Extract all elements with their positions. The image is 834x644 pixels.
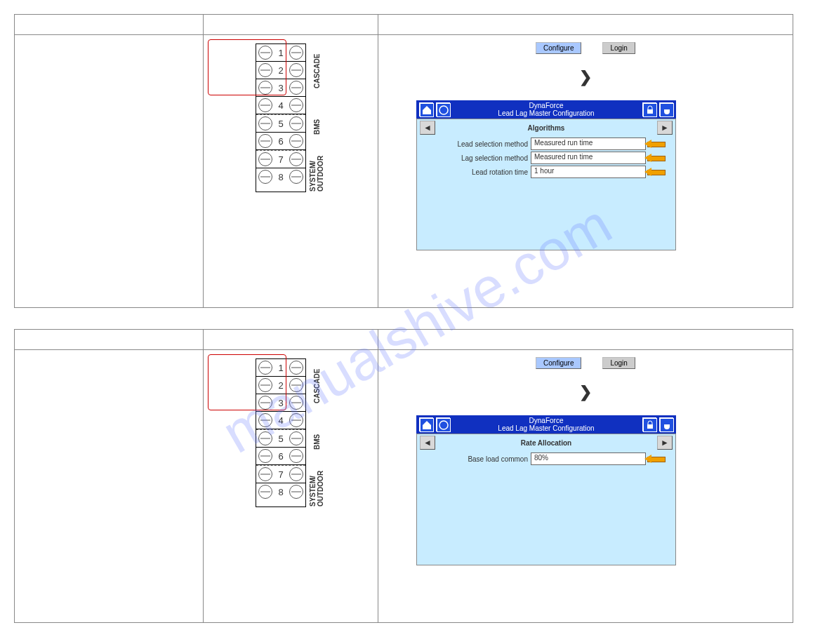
field-label: Base load common [423,455,528,463]
hdr-cell [15,330,204,350]
terminal-cell: 1 2 3 4 5 6 7 8 CASCADE BMS SYSTEM/ OUTD… [204,350,378,623]
lock-icon[interactable] [642,102,656,116]
field-label: Lag selection method [423,154,528,162]
terminal-cell: 1 2 3 4 5 6 7 8 CASCADE BMS SYSTEM/ OUTD… [204,35,378,308]
hmi-cell: Configure Login ❯ DynaForce Lead Lag Mas… [378,350,793,623]
field-label: Lead rotation time [423,168,528,176]
plug-icon[interactable] [659,417,673,431]
terminal-strip: 1 2 3 4 5 6 7 8 [256,358,306,507]
hdr-cell [204,15,378,35]
home-icon[interactable] [419,417,433,431]
hdr-cell [15,15,204,35]
home-icon[interactable] [419,102,433,116]
configure-button[interactable]: Configure [536,357,581,369]
cascade-label: CASCADE [307,43,326,99]
hdr-cell [378,15,793,35]
prev-button[interactable]: ◄ [420,121,435,135]
chevron-icon: ❯ [381,383,790,401]
field-label: Lead selection method [423,140,528,148]
arrow-indicator [649,154,670,161]
svg-rect-1 [647,109,653,114]
base-load-input[interactable]: 80% [531,452,646,465]
bms-label: BMS [307,99,326,154]
desc-cell [15,350,204,623]
hdr-cell [204,330,378,350]
arrow-indicator [649,140,670,147]
bms-label: BMS [307,414,326,469]
system-label: SYSTEM/ OUTDOOR [307,154,326,192]
section-table-2: 1 2 3 4 5 6 7 8 CASCADE BMS SYSTEM/ OUTD… [14,329,793,623]
arrow-indicator [649,168,670,175]
section-table-1: 1 2 3 4 5 6 7 8 CASCADE BMS SYSTEM/ OUTD… [14,14,793,308]
lead-rotation-input[interactable]: 1 hour [531,166,646,178]
lag-selection-input[interactable]: Measured run time [531,152,646,164]
svg-point-2 [439,421,448,429]
hmi-title: DynaForce Lead Lag Master Configuration [453,417,640,432]
globe-icon[interactable] [436,102,450,116]
desc-cell [15,35,204,308]
hmi-panel-2: DynaForce Lead Lag Master Configuration … [416,415,676,565]
arrow-indicator [649,455,670,462]
hmi-cell: Configure Login ❯ DynaForce Lead Lag Mas… [378,35,793,308]
globe-icon[interactable] [436,417,450,431]
hdr-cell [378,330,793,350]
terminal-strip: 1 2 3 4 5 6 7 8 [256,43,306,192]
next-button[interactable]: ► [657,436,673,450]
lead-selection-input[interactable]: Measured run time [531,137,646,150]
chevron-icon: ❯ [381,68,790,86]
login-button[interactable]: Login [602,42,635,54]
panel-subtitle: Rate Allocation [439,439,653,447]
configure-button[interactable]: Configure [536,42,581,54]
plug-icon[interactable] [659,102,673,116]
svg-point-0 [439,106,448,114]
prev-button[interactable]: ◄ [420,436,435,450]
system-label: SYSTEM/ OUTDOOR [307,469,326,507]
next-button[interactable]: ► [657,121,673,135]
hmi-panel-1: DynaForce Lead Lag Master Configuration … [416,100,676,250]
svg-rect-3 [647,424,653,429]
cascade-label: CASCADE [307,358,326,414]
panel-subtitle: Algorithms [439,124,653,132]
login-button[interactable]: Login [602,357,635,369]
hmi-title: DynaForce Lead Lag Master Configuration [453,102,640,117]
lock-icon[interactable] [642,417,656,431]
